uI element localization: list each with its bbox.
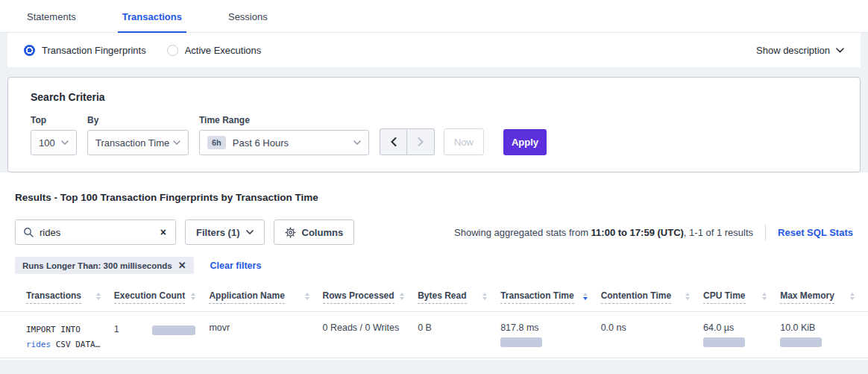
col-header-bytes-read[interactable]: Bytes Read xyxy=(418,284,500,311)
sort-icon[interactable] xyxy=(850,293,855,300)
columns-button[interactable]: Columns xyxy=(274,219,355,245)
time-range-select[interactable]: 6h Past 6 Hours xyxy=(199,130,369,155)
radio-unselected-icon xyxy=(167,45,178,56)
radio-selected-icon xyxy=(24,45,35,56)
col-header-execution-count[interactable]: Execution Count xyxy=(114,284,210,311)
prev-time-button[interactable] xyxy=(380,128,407,155)
sort-icon[interactable] xyxy=(305,293,309,300)
radio-label: Active Executions xyxy=(185,45,262,56)
view-toggle-row: Transaction Fingerprints Active Executio… xyxy=(7,33,861,67)
cell-rows-processed: 0 Reads / 0 Writes xyxy=(323,322,418,358)
cell-transaction-time: 817.8 ms xyxy=(500,322,600,358)
radio-transaction-fingerprints[interactable]: Transaction Fingerprints xyxy=(24,45,146,56)
sort-icon[interactable] xyxy=(762,293,767,300)
table-header: Transactions Execution Count Application… xyxy=(0,284,868,312)
results-heading: Results - Top 100 Transaction Fingerprin… xyxy=(0,192,868,203)
clear-search-icon[interactable]: × xyxy=(159,226,168,238)
now-button[interactable]: Now xyxy=(444,128,484,155)
chevron-down-icon xyxy=(173,140,180,145)
max-memory-bar xyxy=(780,337,822,347)
reset-sql-stats-link[interactable]: Reset SQL Stats xyxy=(778,227,853,238)
chevron-left-icon xyxy=(391,137,397,146)
show-description-toggle[interactable]: Show description xyxy=(756,45,844,56)
cpu-time-bar xyxy=(703,337,745,347)
sort-icon[interactable] xyxy=(685,293,690,300)
col-header-max-memory[interactable]: Max Memory xyxy=(780,284,868,311)
tab-statements[interactable]: Statements xyxy=(22,2,81,32)
remove-filter-icon[interactable]: ✕ xyxy=(178,261,186,270)
columns-label: Columns xyxy=(302,227,344,238)
col-header-transactions[interactable]: Transactions xyxy=(26,284,114,311)
search-box[interactable]: × xyxy=(15,219,176,245)
tab-transactions[interactable]: Transactions xyxy=(118,2,186,32)
next-time-button[interactable] xyxy=(407,128,435,155)
page-footer-strip xyxy=(0,360,868,373)
search-criteria-title: Search Criteria xyxy=(31,91,837,103)
time-nav-group xyxy=(380,128,435,155)
cell-transaction-statement[interactable]: IMPORT INTO rides CSV DATA… xyxy=(26,322,114,358)
stats-area: Showing aggregated stats from 11:00 to 1… xyxy=(454,224,853,240)
results-section: Results - Top 100 Transaction Fingerprin… xyxy=(0,172,868,360)
search-icon xyxy=(23,227,34,237)
time-range-field: Time Range 6h Past 6 Hours xyxy=(199,115,369,155)
cell-contention-time: 0.0 ns xyxy=(601,322,703,358)
filters-label: Filters (1) xyxy=(196,227,240,238)
sort-icon[interactable] xyxy=(96,293,101,300)
by-value: Transaction Time xyxy=(95,137,169,149)
cell-max-memory: 10.0 KiB xyxy=(780,322,868,358)
clear-filters-link[interactable]: Clear filters xyxy=(210,261,262,271)
execution-count-bar xyxy=(152,325,195,335)
sort-icon[interactable] xyxy=(191,293,195,300)
radio-label: Transaction Fingerprints xyxy=(42,45,146,56)
cell-bytes-read: 0 B xyxy=(418,322,500,358)
transaction-time-bar xyxy=(500,337,542,347)
cell-cpu-time: 64.0 µs xyxy=(703,322,780,358)
apply-button[interactable]: Apply xyxy=(503,129,547,155)
table-name-link[interactable]: rides xyxy=(26,340,51,349)
search-criteria-controls: Top 100 By Transaction Time Time Range 6… xyxy=(31,115,837,155)
top-label: Top xyxy=(31,115,77,125)
sort-icon[interactable] xyxy=(482,293,487,300)
time-range-badge: 6h xyxy=(207,136,226,149)
filter-chip-label: Runs Longer Than: 300 milliseconds xyxy=(22,261,172,270)
divider xyxy=(765,224,766,240)
transactions-page: Statements Transactions Sessions Transac… xyxy=(0,0,868,374)
chevron-down-icon xyxy=(353,140,361,145)
table-row: IMPORT INTO rides CSV DATA… 1 movr 0 Rea… xyxy=(0,312,868,358)
show-description-label: Show description xyxy=(756,45,830,56)
cell-execution-count: 1 xyxy=(114,322,210,358)
gear-icon xyxy=(285,227,296,238)
time-range-label: Time Range xyxy=(199,115,369,125)
col-header-transaction-time[interactable]: Transaction Time xyxy=(500,284,600,311)
col-header-rows-processed[interactable]: Rows Processed xyxy=(323,284,418,311)
sort-icon-active[interactable] xyxy=(583,293,588,300)
by-label: By xyxy=(87,115,189,125)
chevron-down-icon xyxy=(61,140,69,145)
time-range-value: Past 6 Hours xyxy=(233,137,289,149)
by-field: By Transaction Time xyxy=(87,115,189,155)
aggregated-stats-text: Showing aggregated stats from 11:00 to 1… xyxy=(454,227,753,238)
filter-chip: Runs Longer Than: 300 milliseconds ✕ xyxy=(15,257,194,274)
by-select[interactable]: Transaction Time xyxy=(87,130,189,155)
sort-icon[interactable] xyxy=(400,293,404,300)
results-table: Transactions Execution Count Application… xyxy=(0,284,868,358)
cell-application-name: movr xyxy=(209,322,322,358)
chevron-down-icon xyxy=(246,230,254,234)
top-select[interactable]: 100 xyxy=(31,130,77,155)
search-criteria-card: Search Criteria Top 100 By Transaction T… xyxy=(7,77,861,172)
radio-active-executions[interactable]: Active Executions xyxy=(167,45,262,56)
col-header-cpu-time[interactable]: CPU Time xyxy=(703,284,780,311)
chevron-down-icon xyxy=(836,48,844,53)
top-value: 100 xyxy=(39,137,55,149)
search-input[interactable] xyxy=(40,227,159,238)
top-field: Top 100 xyxy=(31,115,77,155)
tab-bar: Statements Transactions Sessions xyxy=(0,0,868,33)
col-header-application-name[interactable]: Application Name xyxy=(209,284,322,311)
filter-chip-row: Runs Longer Than: 300 milliseconds ✕ Cle… xyxy=(0,257,868,274)
results-controls: × Filters (1) Columns Showing aggregated… xyxy=(0,219,868,245)
chevron-right-icon xyxy=(418,137,424,146)
filters-button[interactable]: Filters (1) xyxy=(185,219,265,245)
tab-sessions[interactable]: Sessions xyxy=(224,2,272,32)
col-header-contention-time[interactable]: Contention Time xyxy=(601,284,703,311)
